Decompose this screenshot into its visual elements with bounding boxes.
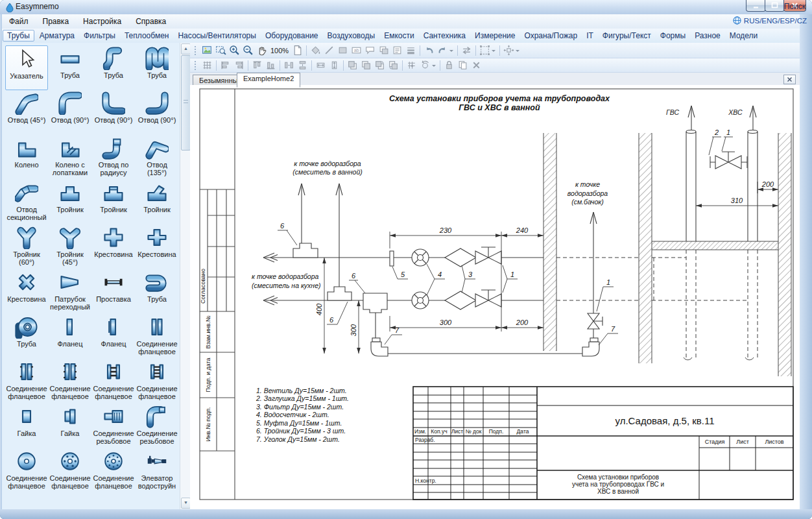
menu-item[interactable]: Настройка [76, 15, 128, 28]
align-right-icon[interactable] [232, 59, 246, 71]
palette-item-wye-45[interactable]: Тройник (45°) [49, 224, 91, 269]
minimize-button[interactable] [746, 0, 766, 12]
search-link[interactable]: Поиск [784, 2, 806, 11]
palette-scrollbar[interactable]: ▲ ▼ [180, 43, 190, 509]
snap-grid-icon[interactable] [405, 59, 418, 71]
schematic-drawing[interactable]: Согласовано Взам.инв.№ Подп. и дата Инв.… [192, 85, 800, 509]
rotate-shape-icon[interactable] [418, 59, 432, 71]
category-tab[interactable]: Измерение [471, 30, 519, 42]
lock-icon[interactable] [442, 59, 456, 71]
palette-item-pipe-coil[interactable]: Труба [5, 314, 48, 359]
palette-item-elbow-45[interactable]: Отвод (45°) [5, 90, 48, 135]
palette-item-elbow-90-c[interactable]: Отвод (90°) [136, 90, 178, 135]
category-tab[interactable]: Сантехника [420, 30, 470, 42]
palette-item-cross-diagonal[interactable]: Крестовина [5, 269, 48, 314]
align-left-icon[interactable] [219, 59, 232, 71]
palette-item-flange-joint-2[interactable]: Соединение фланцевое [5, 359, 48, 404]
zoom-level-label[interactable]: 100% [269, 47, 291, 54]
category-tab[interactable]: Модели [726, 30, 762, 42]
align-bottom-icon[interactable] [264, 59, 278, 71]
palette-item-pipe-u-return[interactable]: Труба [136, 269, 178, 314]
palette-item-flange-2[interactable]: Фланец [92, 314, 135, 359]
category-tab[interactable]: Воздуховоды [324, 30, 379, 42]
redo-icon[interactable] [436, 44, 449, 56]
palette-item-spacer[interactable]: Проставка [92, 269, 135, 314]
menu-item[interactable]: Правка [36, 15, 77, 28]
palette-item-partial-c[interactable] [92, 493, 135, 509]
palette-item-cursor[interactable]: Указатель [5, 45, 48, 90]
distribute-h-icon[interactable] [282, 59, 296, 71]
palette-item-knee[interactable]: Колено [5, 135, 48, 180]
palette-item-elbow-90-a[interactable]: Отвод (90°) [49, 90, 91, 135]
palette-item-threaded-joint[interactable]: Соединение резьбовое [92, 404, 135, 448]
palette-item-threaded-elbow[interactable]: Соединение резьбовое [136, 404, 178, 448]
palette-item-flange-joint[interactable]: Соединение фланцевое [136, 314, 178, 359]
palette-item-water-jet-elevator[interactable]: Элеватор водоструйн [136, 448, 178, 493]
swap-arrows-icon[interactable] [460, 44, 473, 56]
palette-item-tee[interactable]: Тройник [49, 180, 91, 224]
zoom-region-icon[interactable] [214, 44, 228, 56]
dropdown-arrow-icon[interactable] [492, 50, 496, 54]
scrollbar-thumb[interactable] [181, 55, 190, 151]
distribute-v-icon[interactable] [296, 59, 309, 71]
palette-item-pipe-z[interactable]: Труба [92, 45, 135, 90]
bring-front-icon[interactable] [346, 59, 359, 71]
palette-item-partial-b[interactable] [49, 493, 91, 509]
category-tab[interactable]: Емкости [380, 30, 418, 42]
palette-item-cross-2[interactable]: Крестовина [136, 224, 178, 269]
menu-item[interactable]: Справка [128, 15, 173, 28]
toolbar-grip[interactable] [195, 46, 198, 55]
category-tab[interactable]: Формы [656, 30, 689, 42]
palette-item-elbow-section[interactable]: Отвод секционный [5, 180, 48, 224]
toolbar-grip[interactable] [195, 61, 198, 70]
palette-item-pipe-coil-u[interactable]: Труба [136, 45, 178, 90]
drawing-canvas[interactable]: Согласовано Взам.инв.№ Подп. и дата Инв.… [190, 85, 800, 509]
doc-tab-close-button[interactable] [783, 75, 796, 84]
fill-bucket-icon[interactable] [309, 44, 322, 56]
category-tab[interactable]: Теплообмен [121, 30, 173, 42]
category-tab[interactable]: Арматура [36, 30, 78, 42]
resize-handles-icon[interactable] [502, 44, 516, 56]
palette-item-cross[interactable]: Крестовина [92, 224, 135, 269]
scroll-down-icon[interactable]: ▼ [181, 498, 190, 509]
callout-bubble-icon[interactable] [363, 44, 377, 56]
category-tab[interactable]: Насосы/Вентиляторы [174, 30, 259, 42]
maximize-button[interactable] [765, 0, 785, 12]
select-group-icon[interactable] [478, 44, 492, 56]
palette-item-tee-2[interactable]: Тройник [92, 180, 135, 224]
category-tab[interactable]: Разное [691, 30, 724, 42]
delete-icon[interactable] [470, 59, 483, 71]
category-tab[interactable]: Фигуры/Текст [599, 30, 655, 42]
doc-tab-examplehome2[interactable]: ExampleHome2 [237, 73, 300, 88]
category-tab[interactable]: Трубы [3, 30, 34, 42]
language-switcher[interactable]: RUS/ENG/ESP/CZ [733, 16, 807, 25]
dropdown-arrow-icon[interactable] [432, 65, 436, 69]
palette-item-flange-joint-studs-2[interactable]: Соединение фланцевое [136, 359, 178, 404]
properties-icon[interactable] [390, 44, 404, 56]
palette-item-flange-joint-bolted[interactable]: Соединение фланцевое [49, 359, 91, 404]
shapes-stack-icon[interactable] [377, 44, 390, 56]
bring-forward-icon[interactable] [373, 59, 387, 71]
align-top-icon[interactable] [250, 59, 264, 71]
pan-hand-icon[interactable] [255, 44, 269, 56]
image-zoom-icon[interactable] [200, 44, 214, 56]
scroll-up-icon[interactable]: ▲ [181, 43, 190, 54]
palette-item-elbow-135[interactable]: Отвод (135°) [136, 135, 178, 180]
zoom-in-icon[interactable] [228, 44, 241, 56]
palette-item-flange-disc-12[interactable]: Соединение фланцевое [92, 448, 135, 493]
palette-item-knee-vanes[interactable]: Колено с лопатками [49, 135, 91, 180]
palette-item-pipe-straight[interactable]: Труба [49, 45, 91, 90]
category-tab[interactable]: Охрана/Пожар [520, 30, 581, 42]
new-page-icon[interactable] [291, 44, 304, 56]
dropdown-arrow-icon[interactable] [449, 50, 453, 54]
draw-line-icon[interactable] [322, 44, 336, 56]
text-label-icon[interactable]: ab [350, 44, 363, 56]
category-tab[interactable]: Оборудование [261, 30, 322, 42]
palette-item-nut-cap[interactable]: Гайка [49, 404, 91, 448]
palette-item-flange-joint-studs[interactable]: Соединение фланцевое [92, 359, 135, 404]
send-back-icon[interactable] [359, 59, 373, 71]
dropdown-arrow-icon[interactable] [516, 50, 519, 54]
zoom-out-icon[interactable] [241, 44, 255, 56]
palette-item-nut[interactable]: Гайка [5, 404, 48, 448]
undo-icon[interactable] [422, 44, 436, 56]
